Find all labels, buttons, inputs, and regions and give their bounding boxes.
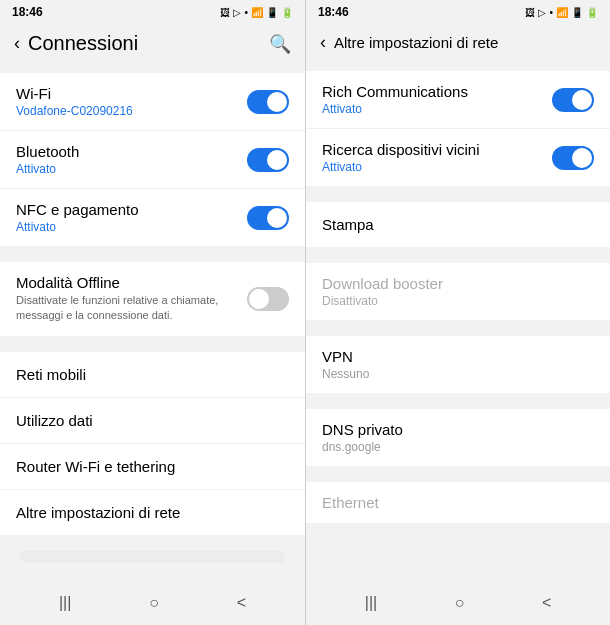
stampa-title: Stampa (322, 216, 374, 233)
left-recent-button[interactable]: ||| (47, 590, 83, 616)
offline-item[interactable]: Modalità Offline Disattivate le funzioni… (0, 262, 305, 336)
left-content: Wi-Fi Vodafone-C02090216 Bluetooth Attiv… (0, 63, 305, 581)
nfc-item[interactable]: NFC e pagamento Attivato (0, 189, 305, 246)
rich-comm-item[interactable]: Rich Communications Attivato (306, 71, 610, 129)
ricerca-subtitle: Attivato (322, 160, 552, 174)
left-bottom-nav: ||| ○ < (0, 581, 305, 625)
scroll-indicator (20, 551, 285, 563)
r-wifi-icon: 📶 (556, 7, 568, 18)
left-card-1: Wi-Fi Vodafone-C02090216 Bluetooth Attiv… (0, 73, 305, 246)
left-status-bar: 18:46 🖼 ▷ • 📶 📱 🔋 (0, 0, 305, 24)
right-bottom-nav: ||| ○ < (306, 581, 610, 625)
left-card-2: Modalità Offline Disattivate le funzioni… (0, 262, 305, 336)
dot-icon: • (244, 7, 248, 18)
right-card-4: VPN Nessuno (306, 336, 610, 393)
bluetooth-toggle[interactable] (247, 148, 289, 172)
left-header: ‹ Connessioni 🔍 (0, 24, 305, 63)
offline-toggle[interactable] (247, 287, 289, 311)
bluetooth-subtitle: Attivato (16, 162, 247, 176)
right-card-2: Stampa (306, 202, 610, 247)
utilizzo-dati-title: Utilizzo dati (16, 412, 93, 429)
r-battery-icon: 🔋 (586, 7, 598, 18)
right-back-nav-button[interactable]: < (530, 590, 563, 616)
altre-title: Altre impostazioni di rete (16, 504, 180, 521)
right-card-6: Ethernet (306, 482, 610, 523)
download-booster-subtitle: Disattivato (322, 294, 594, 308)
wifi-toggle[interactable] (247, 90, 289, 114)
left-back-button[interactable]: ‹ (14, 33, 20, 54)
left-back-nav-button[interactable]: < (225, 590, 258, 616)
dns-item[interactable]: DNS privato dns.google (306, 409, 610, 466)
wifi-item[interactable]: Wi-Fi Vodafone-C02090216 (0, 73, 305, 131)
download-booster-title: Download booster (322, 275, 594, 292)
left-search-icon[interactable]: 🔍 (269, 33, 291, 55)
right-back-button[interactable]: ‹ (320, 32, 326, 53)
dns-subtitle: dns.google (322, 440, 594, 454)
download-booster-item: Download booster Disattivato (306, 263, 610, 320)
altre-item[interactable]: Altre impostazioni di rete (0, 490, 305, 535)
offline-title: Modalità Offline (16, 274, 247, 291)
bluetooth-item[interactable]: Bluetooth Attivato (0, 131, 305, 189)
offline-subtitle: Disattivate le funzioni relative a chiam… (16, 293, 247, 324)
ricerca-title: Ricerca dispositivi vicini (322, 141, 552, 158)
right-time: 18:46 (318, 5, 349, 19)
right-card-5: DNS privato dns.google (306, 409, 610, 466)
stampa-item[interactable]: Stampa (306, 202, 610, 247)
right-header: ‹ Altre impostazioni di rete (306, 24, 610, 61)
rich-comm-toggle[interactable] (552, 88, 594, 112)
r-dot-icon: • (549, 7, 553, 18)
dns-title: DNS privato (322, 421, 594, 438)
r-play-icon: ▷ (538, 7, 546, 18)
vpn-title: VPN (322, 348, 594, 365)
right-panel: 18:46 🖼 ▷ • 📶 📱 🔋 ‹ Altre impostazioni d… (305, 0, 610, 625)
vpn-item[interactable]: VPN Nessuno (306, 336, 610, 393)
right-recent-button[interactable]: ||| (353, 590, 389, 616)
left-card-3: Reti mobili Utilizzo dati Router Wi-Fi e… (0, 352, 305, 535)
right-status-bar: 18:46 🖼 ▷ • 📶 📱 🔋 (306, 0, 610, 24)
nfc-toggle[interactable] (247, 206, 289, 230)
wifi-title: Wi-Fi (16, 85, 247, 102)
right-page-title: Altre impostazioni di rete (334, 34, 596, 51)
ethernet-item: Ethernet (306, 482, 610, 523)
signal-icon: 📱 (266, 7, 278, 18)
right-card-1: Rich Communications Attivato Ricerca dis… (306, 71, 610, 186)
utilizzo-dati-item[interactable]: Utilizzo dati (0, 398, 305, 444)
gallery-icon: 🖼 (220, 7, 230, 18)
reti-mobili-title: Reti mobili (16, 366, 86, 383)
router-title: Router Wi-Fi e tethering (16, 458, 175, 475)
ricerca-item[interactable]: Ricerca dispositivi vicini Attivato (306, 129, 610, 186)
rich-comm-subtitle: Attivato (322, 102, 552, 116)
wifi-subtitle: Vodafone-C02090216 (16, 104, 247, 118)
left-time: 18:46 (12, 5, 43, 19)
wifi-icon: 📶 (251, 7, 263, 18)
vpn-subtitle: Nessuno (322, 367, 594, 381)
right-home-button[interactable]: ○ (443, 590, 477, 616)
left-page-title: Connessioni (28, 32, 261, 55)
play-icon: ▷ (233, 7, 241, 18)
ethernet-title: Ethernet (322, 494, 594, 511)
nfc-subtitle: Attivato (16, 220, 247, 234)
right-card-3: Download booster Disattivato (306, 263, 610, 320)
nfc-title: NFC e pagamento (16, 201, 247, 218)
router-item[interactable]: Router Wi-Fi e tethering (0, 444, 305, 490)
left-home-button[interactable]: ○ (137, 590, 171, 616)
left-panel: 18:46 🖼 ▷ • 📶 📱 🔋 ‹ Connessioni 🔍 Wi-Fi … (0, 0, 305, 625)
battery-icon: 🔋 (281, 7, 293, 18)
reti-mobili-item[interactable]: Reti mobili (0, 352, 305, 398)
left-status-icons: 🖼 ▷ • 📶 📱 🔋 (220, 7, 293, 18)
right-status-icons: 🖼 ▷ • 📶 📱 🔋 (525, 7, 598, 18)
right-content: Rich Communications Attivato Ricerca dis… (306, 61, 610, 581)
ricerca-toggle[interactable] (552, 146, 594, 170)
r-signal-icon: 📱 (571, 7, 583, 18)
rich-comm-title: Rich Communications (322, 83, 552, 100)
r-gallery-icon: 🖼 (525, 7, 535, 18)
bluetooth-title: Bluetooth (16, 143, 247, 160)
